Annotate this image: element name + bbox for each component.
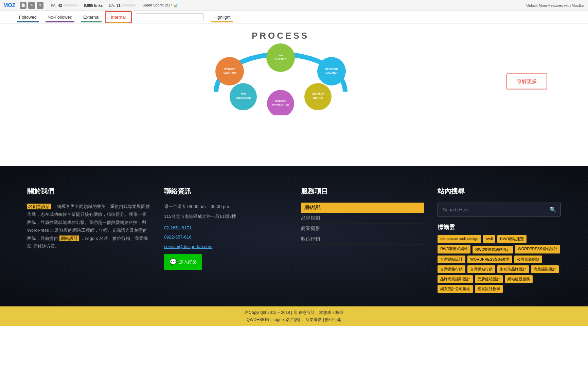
tag-brand[interactable]: 多功能品牌設計 xyxy=(497,265,529,273)
contact-phone1[interactable]: 02-2651-8171 xyxy=(164,225,192,230)
tab-search[interactable] xyxy=(136,13,204,21)
tag-site2[interactable]: 網站建設服務 xyxy=(505,275,533,283)
tag-company[interactable]: 公司形象網站 xyxy=(514,256,542,263)
tab-no-followed[interactable]: No-Followed xyxy=(42,12,78,22)
main-content: PROCESS WEBSITE CREATION KEYWORD RESEARC… xyxy=(0,24,588,326)
spam-value: 2/17 xyxy=(165,3,172,7)
contact-text: 週一至週五 09:00 am – 06:00 pm 115台北市南港區成功路一段… xyxy=(164,203,287,270)
footer-grid: 關於我們 名創意設計 ，網羅各界不同領域的菁英，重視自我專業與團體作戰，志在成功… xyxy=(27,187,561,293)
tab-external[interactable]: External xyxy=(78,12,105,22)
svg-text:CONTENT: CONTENT xyxy=(312,93,324,95)
tag-site[interactable]: 品牌建站設計 xyxy=(475,275,503,283)
pa-metric: PA: 42 xyxy=(51,3,79,7)
line-btn-label: 加入好友 xyxy=(179,258,197,266)
contact-title: 聯絡資訊 xyxy=(164,187,287,196)
svg-text:BUILDING: BUILDING xyxy=(275,58,286,60)
service-item-brand[interactable]: 品牌規劃 xyxy=(301,213,424,224)
tag-tw[interactable]: 台灣網站設計 xyxy=(438,256,465,263)
tag-cloud: responsive web design rwdi RWD網站建置 RWD響應… xyxy=(438,235,561,293)
links-value: 9,885 links xyxy=(84,3,103,7)
service-list: 網站設計 品牌規劃 商業攝影 數位行銷 xyxy=(301,203,424,245)
process-svg: WEBSITE CREATION KEYWORD RESEARCH LINK B… xyxy=(196,37,366,115)
tab-search-input[interactable] xyxy=(136,13,204,21)
svg-text:WEBSITE: WEBSITE xyxy=(224,68,235,70)
tag-web2[interactable]: 網頁設計教學 xyxy=(475,285,503,293)
da-bar xyxy=(122,4,136,6)
tab-internal[interactable]: Internal xyxy=(105,11,132,23)
copyright-text: © Copyright 2015 – 2018 | 龍 創意設計，當您成上數位 xyxy=(3,310,585,316)
footer-contact-col: 聯絡資訊 週一至週五 09:00 am – 06:00 pm 115台北市南港區… xyxy=(164,187,287,293)
highlight-icon[interactable]: ✎ xyxy=(28,2,35,9)
service-title: 服務項目 xyxy=(301,187,424,196)
tag-rwd3[interactable]: RWD響應式網站 xyxy=(438,245,470,253)
tag-web[interactable]: 網頁設計公司排名 xyxy=(438,285,473,293)
footer-search-col: 站內搜尋 🔍 標籤雲 responsive web design rwdi RW… xyxy=(438,187,561,293)
read-more-button[interactable]: 瞭解更多 xyxy=(506,74,547,90)
svg-point-6 xyxy=(266,43,295,72)
service-item-digital[interactable]: 數位行銷 xyxy=(301,234,424,245)
nav-tabs: Followed No-Followed External Internal H… xyxy=(0,11,588,24)
tag-tw3[interactable]: 台灣網站行銷 xyxy=(467,265,495,273)
search-button[interactable]: 🔍 xyxy=(546,203,560,216)
footer-services-col: 服務項目 網站設計 品牌規劃 商業攝影 數位行銷 xyxy=(301,187,424,293)
da-value: 31 xyxy=(117,3,121,7)
contact-address: 115台北市南港區成功路一段61號2樓 xyxy=(164,212,287,220)
tag-wp2[interactable]: WORDPRESS架站教學 xyxy=(467,256,512,263)
service-item-website[interactable]: 網站設計 xyxy=(301,203,424,213)
tab-followed[interactable]: Followed xyxy=(14,12,42,22)
process-section: PROCESS WEBSITE CREATION KEYWORD RESEARC… xyxy=(0,24,588,139)
footer-bottom-links[interactable]: QWDESIGN | Logo x 名片設計 | 商業攝影 | 數位行銷 xyxy=(3,317,585,323)
tag-rwdi[interactable]: rwdi xyxy=(483,235,495,243)
tags-title: 標籤雲 xyxy=(438,223,561,231)
tab-highlight[interactable]: Highlight xyxy=(208,12,236,22)
pa-bar xyxy=(64,4,77,6)
svg-text:WEBSITE: WEBSITE xyxy=(275,100,286,102)
unlock-text[interactable]: Unlock More Features with MozBar xyxy=(526,3,585,7)
about-highlight2: 網站設計 xyxy=(59,235,79,241)
tag-rwd4[interactable]: RWD響應式網站設計 xyxy=(473,246,513,253)
svg-text:WRITING: WRITING xyxy=(313,97,323,99)
contact-email[interactable]: service@design-lab.com xyxy=(164,244,213,249)
da-label: DA: xyxy=(109,3,115,7)
footer-bottom: © Copyright 2015 – 2018 | 龍 創意設計，當您成上數位 … xyxy=(0,306,588,326)
tag-rwd[interactable]: responsive web design xyxy=(438,235,481,243)
page-icon[interactable]: 📄 xyxy=(20,2,26,9)
tag-wp[interactable]: WORDPRESS網站設計 xyxy=(515,245,560,253)
settings-icon[interactable]: ⚙ xyxy=(37,2,43,9)
svg-point-0 xyxy=(215,57,244,86)
line-icon: 💬 xyxy=(170,257,177,267)
search-box: 🔍 xyxy=(438,203,561,216)
about-text: 名創意設計 ，網羅各界不同領域的菁英，重視自我專業與團體作戰，志在成功轉佐企業提… xyxy=(27,203,150,250)
footer-dark: 關於我們 名創意設計 ，網羅各界不同領域的菁英，重視自我專業與團體作戰，志在成功… xyxy=(0,166,588,306)
svg-text:SUBMISSION: SUBMISSION xyxy=(235,97,250,99)
tag-photo[interactable]: 商業攝影設計 xyxy=(531,265,559,273)
svg-text:CREATION: CREATION xyxy=(223,72,235,74)
search-input[interactable] xyxy=(438,204,546,216)
svg-text:RESEARCH: RESEARCH xyxy=(325,72,338,74)
mozbar: MOZ 📄 ✎ ⚙ PA: 42 9,885 links DA: 31 Spam… xyxy=(0,0,588,11)
pa-label: PA: xyxy=(51,3,57,7)
svg-text:KEYWORD: KEYWORD xyxy=(325,68,338,70)
links-metric: 9,885 links xyxy=(84,3,104,7)
service-item-photo[interactable]: 商業攝影 xyxy=(301,224,424,234)
contact-hours: 週一至週五 09:00 am – 06:00 pm xyxy=(164,203,287,210)
search-title: 站內搜尋 xyxy=(438,187,561,196)
footer-about-col: 關於我們 名創意設計 ，網羅各界不同領域的菁英，重視自我專業與團體作戰，志在成功… xyxy=(27,187,150,293)
about-highlight1: 名創意設計 xyxy=(27,204,51,209)
tag-rwd2[interactable]: RWD網站建置 xyxy=(497,235,527,243)
tag-brand2[interactable]: 品牌商業攝影設計 xyxy=(438,275,473,283)
line-button[interactable]: 💬 加入好友 xyxy=(164,254,202,270)
svg-point-12 xyxy=(267,90,294,115)
process-diagram: PROCESS WEBSITE CREATION KEYWORD RESEARC… xyxy=(196,31,366,119)
about-title: 關於我們 xyxy=(27,187,150,196)
spam-label: Spam Score: xyxy=(142,3,164,7)
svg-point-3 xyxy=(317,57,346,86)
tag-tw2[interactable]: 台灣網路行銷 xyxy=(438,265,465,273)
contact-phone2[interactable]: 0922-557-616 xyxy=(164,234,192,240)
svg-text:LINK: LINK xyxy=(278,54,283,57)
da-metric: DA: 31 xyxy=(109,3,138,7)
moz-logo: MOZ xyxy=(3,2,16,8)
pa-value: 42 xyxy=(58,3,62,7)
separator xyxy=(48,2,48,9)
spam-metric: Spam Score: 2/17 📊 xyxy=(142,3,178,7)
